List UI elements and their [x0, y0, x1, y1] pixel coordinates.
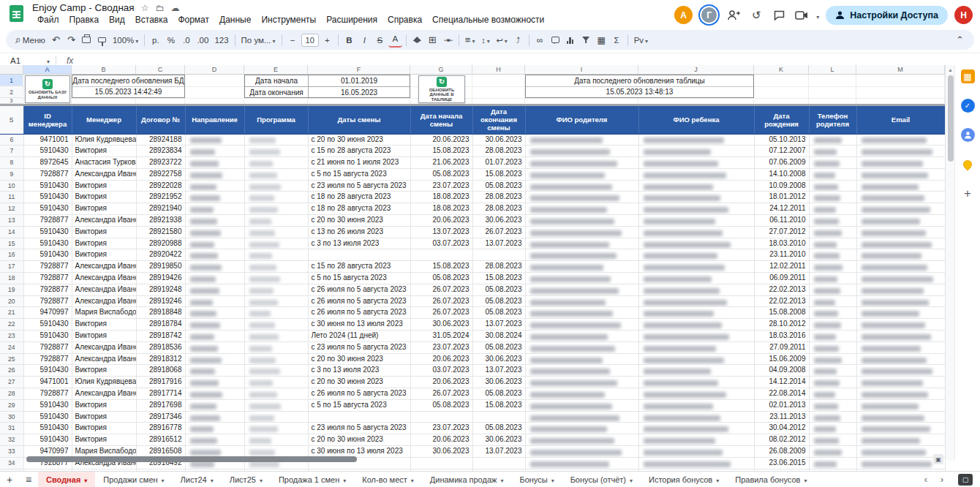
cell[interactable]: 31.05.2024: [410, 331, 472, 342]
cell[interactable]: 05.08.2023: [472, 295, 525, 307]
row-header[interactable]: 19: [0, 284, 23, 295]
cell[interactable]: 5910430: [23, 399, 72, 411]
cell[interactable]: [185, 261, 244, 273]
cell[interactable]: 13.07.2023: [472, 446, 525, 458]
cell[interactable]: Александра Ивано: [72, 353, 136, 365]
cell[interactable]: [244, 353, 308, 365]
cell[interactable]: 30.06.2023: [410, 446, 472, 458]
cell[interactable]: Виктория: [72, 423, 136, 434]
cell[interactable]: [525, 446, 638, 458]
row-header[interactable]: 15: [0, 238, 23, 249]
cell[interactable]: [185, 203, 244, 215]
cell[interactable]: [525, 341, 638, 353]
cell[interactable]: [525, 331, 638, 342]
column-header-L[interactable]: L: [809, 65, 856, 74]
format-percent-button[interactable]: %: [164, 32, 178, 48]
cell[interactable]: [185, 307, 244, 319]
cell[interactable]: с 20 по 30 июня 2023: [308, 134, 410, 146]
cell[interactable]: 28923722: [136, 157, 185, 169]
cell[interactable]: 23.11.2010: [754, 249, 809, 261]
cell[interactable]: [809, 284, 856, 295]
menu-данные[interactable]: Данные: [214, 14, 256, 26]
cell[interactable]: 22.02.2013: [754, 295, 809, 307]
cell[interactable]: Юлия Кудрявцева: [72, 134, 136, 146]
cell[interactable]: [244, 307, 308, 319]
cell[interactable]: с 20 по 30 июня 2023: [308, 215, 410, 227]
cell[interactable]: [525, 307, 638, 319]
cell[interactable]: 05.08.2023: [410, 273, 472, 284]
cell[interactable]: 18.03.2016: [754, 331, 809, 342]
cell[interactable]: [809, 388, 856, 400]
text-color-button[interactable]: A: [388, 32, 402, 48]
cell[interactable]: [244, 168, 308, 180]
cell[interactable]: [244, 134, 308, 146]
cell[interactable]: 15.06.2009: [754, 353, 809, 365]
cell[interactable]: [185, 365, 244, 377]
strikethrough-button[interactable]: S: [373, 32, 387, 48]
presence-share-icon[interactable]: [725, 7, 742, 23]
cell[interactable]: [638, 273, 754, 284]
column-header-A[interactable]: A: [23, 65, 72, 74]
cell[interactable]: [244, 388, 308, 400]
column-header-F[interactable]: F: [308, 65, 410, 74]
row-header[interactable]: 10: [0, 180, 23, 192]
cell[interactable]: с 5 по 15 августа 2023: [308, 399, 410, 411]
cell[interactable]: 7928877: [23, 261, 72, 273]
cell[interactable]: [856, 134, 945, 146]
cell[interactable]: [525, 377, 638, 388]
cell[interactable]: 30.06.2023: [410, 319, 472, 331]
column-header-H[interactable]: H: [472, 65, 525, 74]
row-header[interactable]: 34: [0, 457, 23, 469]
cell[interactable]: [856, 192, 945, 203]
share-settings-button[interactable]: Настройки Доступа: [826, 6, 948, 25]
row-header[interactable]: 23: [0, 331, 23, 342]
cell[interactable]: [809, 203, 856, 215]
cell[interactable]: [525, 146, 638, 157]
cell[interactable]: [472, 411, 525, 423]
cell[interactable]: 26.07.2023: [472, 226, 525, 238]
cell[interactable]: [809, 215, 856, 227]
cell[interactable]: Александра Ивано: [72, 273, 136, 284]
cell[interactable]: [525, 399, 638, 411]
cell[interactable]: [638, 203, 754, 215]
table-update-info-box[interactable]: Дата последнего обновления таблицы 15.05…: [525, 75, 754, 98]
row-header[interactable]: 30: [0, 411, 23, 423]
cell[interactable]: [525, 180, 638, 192]
cell[interactable]: 27.09.2011: [754, 341, 809, 353]
cell[interactable]: [185, 446, 244, 458]
cell[interactable]: Виктория: [72, 146, 136, 157]
cell[interactable]: 06.11.2010: [754, 215, 809, 227]
column-header-C[interactable]: C: [136, 65, 185, 74]
cell[interactable]: [244, 249, 308, 261]
cell[interactable]: 07.06.2009: [754, 157, 809, 169]
text-rotate-button[interactable]: [511, 32, 525, 48]
column-header-J[interactable]: J: [638, 65, 754, 74]
cell[interactable]: [638, 261, 754, 273]
column-header-K[interactable]: K: [754, 65, 809, 74]
cell[interactable]: 28.08.2023: [472, 203, 525, 215]
cell[interactable]: [809, 261, 856, 273]
row-header[interactable]: 6: [0, 134, 23, 146]
cell[interactable]: [809, 457, 856, 469]
cell[interactable]: 7928877: [23, 353, 72, 365]
borders-button[interactable]: [426, 32, 440, 48]
cell[interactable]: [185, 273, 244, 284]
cell[interactable]: [244, 377, 308, 388]
select-all-corner[interactable]: [0, 65, 23, 74]
cell[interactable]: 5910430: [23, 411, 72, 423]
cell[interactable]: 28917698: [136, 399, 185, 411]
cell[interactable]: 23.07.2023: [410, 180, 472, 192]
cell[interactable]: Виктория: [72, 319, 136, 331]
cell[interactable]: 5910430: [23, 434, 72, 446]
cell[interactable]: 02.01.2013: [754, 399, 809, 411]
cell[interactable]: 05.08.2023: [410, 399, 472, 411]
cell[interactable]: с 23 июля по 5 августа 2023: [308, 341, 410, 353]
cell[interactable]: 23.11.2013: [754, 411, 809, 423]
cell[interactable]: Анастасия Туркова: [72, 157, 136, 169]
cell[interactable]: [638, 134, 754, 146]
cell[interactable]: 28917346: [136, 411, 185, 423]
cell[interactable]: 21.06.2023: [410, 157, 472, 169]
cell[interactable]: [856, 331, 945, 342]
cell[interactable]: 30.06.2023: [472, 215, 525, 227]
cell[interactable]: [856, 157, 945, 169]
